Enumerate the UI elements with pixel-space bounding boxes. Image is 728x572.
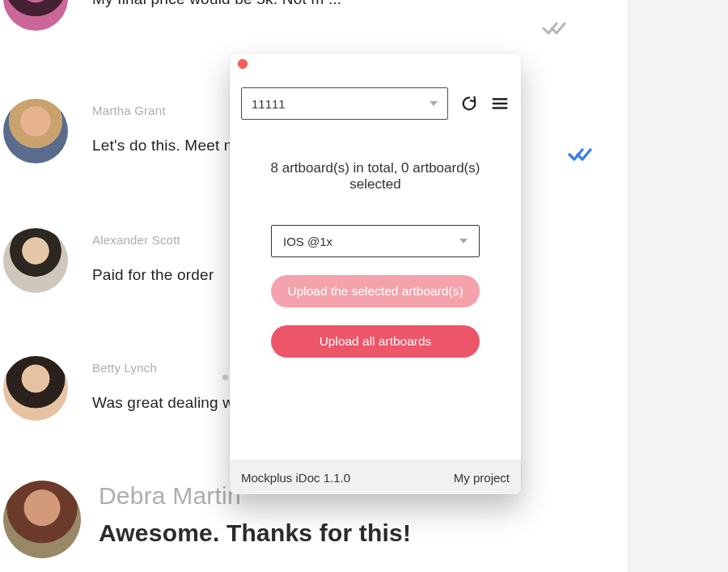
- avatar[interactable]: [3, 481, 81, 558]
- read-receipt-icon: [542, 19, 569, 37]
- project-select[interactable]: 11111: [241, 87, 448, 120]
- plugin-toolbar: 11111: [230, 74, 521, 120]
- refresh-button[interactable]: [459, 94, 479, 113]
- avatar[interactable]: [3, 99, 68, 163]
- unread-dot-icon: [222, 375, 228, 380]
- chat-row[interactable]: My final price would be 5k. Not m ...: [0, 0, 627, 31]
- avatar[interactable]: [3, 0, 68, 31]
- read-receipt-icon: [568, 146, 595, 163]
- chat-message: Awesome. Thanks for this!: [99, 519, 627, 547]
- project-select-value: 11111: [252, 97, 286, 111]
- refresh-icon: [460, 95, 478, 112]
- upload-all-button[interactable]: Upload all artboards: [271, 325, 480, 358]
- hamburger-icon: [491, 95, 509, 112]
- avatar[interactable]: [3, 228, 68, 293]
- menu-button[interactable]: [490, 94, 510, 113]
- plugin-footer: Mockplus iDoc 1.1.0 My project: [230, 460, 521, 494]
- window-titlebar[interactable]: [230, 53, 521, 74]
- close-icon[interactable]: [238, 59, 248, 69]
- plugin-window: 11111 8 artboard(s) in total, 0 artboard…: [230, 53, 521, 494]
- upload-selected-button[interactable]: Upload the selected artboard(s): [271, 275, 480, 307]
- app-version: Mockplus iDoc 1.1.0: [241, 471, 350, 485]
- chevron-down-icon: [430, 101, 438, 106]
- plugin-body: 8 artboard(s) in total, 0 artboard(s) se…: [230, 120, 521, 460]
- project-link[interactable]: My project: [454, 471, 510, 485]
- platform-select-value: IOS @1x: [283, 235, 332, 248]
- platform-select[interactable]: IOS @1x: [271, 225, 480, 257]
- chevron-down-icon: [459, 239, 468, 244]
- chat-message: My final price would be 5k. Not m ...: [92, 0, 627, 8]
- artboard-status: 8 artboard(s) in total, 0 artboard(s) se…: [246, 160, 505, 193]
- avatar[interactable]: [3, 356, 68, 421]
